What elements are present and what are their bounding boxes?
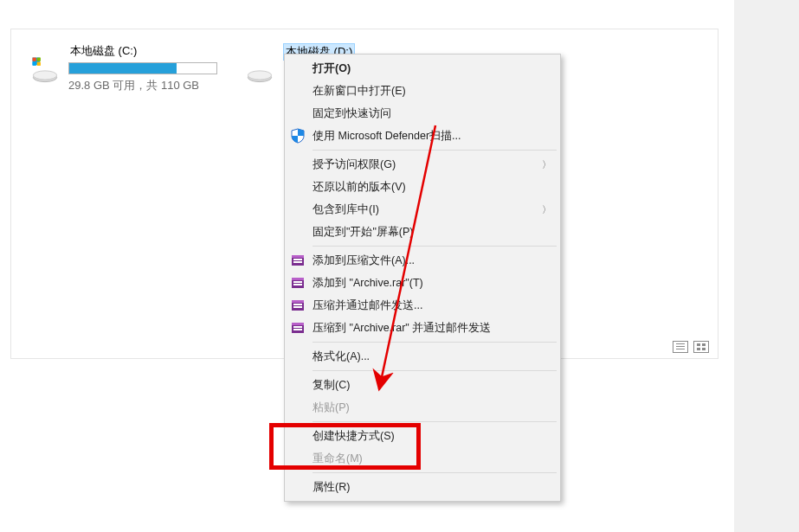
svg-rect-17: [293, 284, 302, 285]
drive-c-capacity-bar: [68, 62, 217, 74]
menu-rename-label: 重命名(M): [313, 452, 363, 466]
svg-rect-3: [37, 58, 41, 61]
svg-rect-16: [293, 281, 302, 283]
menu-include-in-library[interactable]: 包含到库中(I)〉: [287, 198, 558, 221]
menu-create-shortcut[interactable]: 创建快捷方式(S): [287, 425, 558, 447]
menu-format-label: 格式化(A)...: [313, 349, 370, 364]
menu-grant-access-label: 授予访问权限(G): [313, 157, 396, 172]
drive-icon: [30, 55, 60, 85]
menu-format[interactable]: 格式化(A)...: [287, 345, 558, 368]
menu-open-label: 打开(O): [313, 61, 351, 76]
menu-previous-versions[interactable]: 还原以前的版本(V): [287, 176, 558, 198]
drive-c-free-text: 29.8 GB 可用，共 110 GB: [68, 78, 217, 93]
menu-separator: [313, 342, 557, 343]
drive-c-label: 本地磁盘 (C:): [68, 43, 217, 59]
svg-rect-13: [293, 261, 302, 263]
svg-rect-4: [33, 62, 36, 66]
drive-c[interactable]: 本地磁盘 (C:) 29.8 GB 可用，共 110 GB: [30, 43, 247, 93]
svg-rect-25: [293, 329, 302, 330]
view-details-icon[interactable]: [673, 341, 688, 353]
drive-c-capacity-fill: [69, 63, 177, 74]
menu-paste-label: 粘贴(P): [313, 401, 350, 415]
menu-prev-versions-label: 还原以前的版本(V): [313, 180, 406, 195]
menu-pin-start-label: 固定到"开始"屏幕(P): [313, 225, 414, 240]
menu-rar-to-mail-label: 压缩到 "Archive.rar" 并通过邮件发送: [313, 321, 491, 336]
svg-rect-21: [293, 306, 302, 308]
menu-copy[interactable]: 复制(C): [287, 374, 558, 396]
menu-include-lib-label: 包含到库中(I): [313, 202, 379, 217]
menu-separator: [313, 421, 557, 422]
svg-rect-19: [292, 300, 304, 303]
svg-rect-23: [292, 323, 304, 325]
winrar-icon: [290, 253, 306, 268]
menu-separator: [313, 370, 557, 371]
winrar-icon: [290, 275, 306, 291]
menu-defender-scan[interactable]: 使用 Microsoft Defender扫描...: [287, 125, 558, 147]
chevron-right-icon: 〉: [542, 203, 551, 216]
right-gray-area: [734, 0, 799, 532]
menu-paste[interactable]: 粘贴(P): [287, 396, 558, 419]
menu-defender-label: 使用 Microsoft Defender扫描...: [313, 129, 461, 144]
menu-rar-mail-label: 压缩并通过邮件发送...: [313, 298, 422, 313]
menu-open-new-window[interactable]: 在新窗口中打开(E): [287, 80, 558, 102]
svg-rect-5: [37, 62, 41, 66]
svg-point-7: [33, 71, 56, 80]
menu-shortcut-label: 创建快捷方式(S): [313, 429, 395, 444]
menu-open-new-label: 在新窗口中打开(E): [313, 84, 406, 99]
menu-rar-add-label: 添加到压缩文件(A)...: [313, 253, 415, 268]
menu-winrar-add[interactable]: 添加到压缩文件(A)...: [287, 249, 558, 272]
menu-properties-label: 属性(R): [313, 480, 350, 495]
view-tiles-icon[interactable]: [693, 341, 709, 353]
menu-pin-quick-access[interactable]: 固定到快速访问: [287, 102, 558, 125]
menu-rar-add-to-label: 添加到 "Archive.rar"(T): [313, 276, 423, 291]
svg-rect-20: [293, 304, 302, 305]
winrar-icon: [290, 320, 306, 336]
menu-rename[interactable]: 重命名(M): [287, 447, 558, 470]
menu-open[interactable]: 打开(O): [287, 57, 558, 80]
svg-rect-2: [33, 58, 36, 61]
drive-context-menu: 打开(O) 在新窗口中打开(E) 固定到快速访问 使用 Microsoft De…: [284, 54, 561, 502]
defender-shield-icon: [290, 128, 306, 144]
svg-rect-11: [292, 255, 304, 258]
svg-point-9: [248, 71, 271, 80]
menu-winrar-compress-mail[interactable]: 压缩并通过邮件发送...: [287, 294, 558, 317]
menu-winrar-compress-to-mail[interactable]: 压缩到 "Archive.rar" 并通过邮件发送: [287, 317, 558, 339]
chevron-right-icon: 〉: [542, 158, 551, 171]
view-mode-switcher: [673, 341, 709, 353]
drive-icon: [245, 55, 274, 85]
menu-winrar-add-to-archive[interactable]: 添加到 "Archive.rar"(T): [287, 272, 558, 294]
svg-rect-24: [293, 326, 302, 328]
winrar-icon: [290, 298, 306, 313]
menu-separator: [313, 472, 557, 473]
menu-pin-quick-label: 固定到快速访问: [313, 106, 391, 121]
menu-properties[interactable]: 属性(R): [287, 476, 558, 498]
svg-rect-15: [292, 278, 304, 280]
menu-separator: [313, 150, 557, 151]
menu-copy-label: 复制(C): [313, 378, 350, 393]
menu-pin-to-start[interactable]: 固定到"开始"屏幕(P): [287, 221, 558, 243]
menu-separator: [313, 246, 557, 247]
menu-grant-access[interactable]: 授予访问权限(G)〉: [287, 153, 558, 176]
svg-rect-12: [293, 259, 302, 260]
